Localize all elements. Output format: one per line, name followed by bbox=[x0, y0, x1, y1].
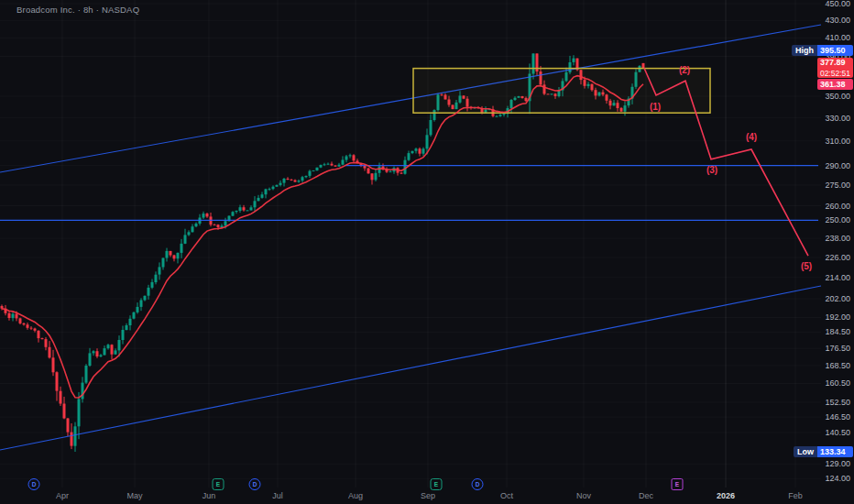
price-tick-label: 310.00 bbox=[825, 137, 850, 146]
time-axis-label: Oct bbox=[500, 491, 513, 500]
wave-label-3[interactable]: (3) bbox=[706, 165, 717, 175]
ma-badge-value: 361.38 bbox=[817, 79, 853, 90]
price-tick-label: 250.00 bbox=[825, 215, 850, 225]
time-axis-label: Dec bbox=[639, 491, 653, 500]
moving-average-badge: 361.38 bbox=[817, 79, 853, 90]
low-badge-label: Low bbox=[794, 446, 817, 457]
wave-label-4[interactable]: (4) bbox=[746, 132, 757, 142]
price-tick-label: 330.00 bbox=[825, 114, 850, 123]
price-tick-label: 290.00 bbox=[825, 161, 850, 170]
time-axis[interactable]: AprMayJunJulAugSepOctNovDec2026Feb bbox=[0, 486, 854, 504]
dividend-marker-icon[interactable]: D bbox=[249, 478, 261, 490]
trend-channel-line[interactable] bbox=[0, 286, 821, 450]
wave-label-5[interactable]: (5) bbox=[801, 261, 812, 271]
earnings-upcoming-marker-icon[interactable]: E bbox=[672, 478, 684, 490]
price-tick-label: 168.50 bbox=[825, 361, 850, 370]
dividend-marker-icon[interactable]: D bbox=[28, 478, 40, 490]
high-badge-label: High bbox=[792, 45, 817, 56]
low-price-badge: Low 133.34 bbox=[794, 446, 853, 457]
price-tick-label: 152.50 bbox=[825, 398, 850, 407]
price-tick-label: 184.50 bbox=[825, 327, 850, 336]
moving-average-line[interactable] bbox=[2, 76, 643, 398]
time-axis-label: Aug bbox=[348, 491, 363, 500]
price-tick-label: 146.50 bbox=[825, 412, 850, 422]
price-tick-label: 410.00 bbox=[825, 33, 850, 42]
price-tick-label: 192.00 bbox=[825, 312, 850, 322]
price-tick-label: 238.00 bbox=[825, 234, 850, 243]
current-price-value: 377.89 bbox=[820, 58, 846, 68]
earnings-marker-icon[interactable]: E bbox=[213, 478, 224, 490]
wave-label-1[interactable]: (1) bbox=[650, 102, 661, 112]
price-tick-label: 176.50 bbox=[825, 344, 850, 353]
time-axis-label: Feb bbox=[788, 491, 803, 500]
price-tick-label: 260.00 bbox=[825, 202, 850, 211]
bar-countdown: 02:52:51 bbox=[820, 68, 850, 78]
low-badge-value: 133.34 bbox=[817, 446, 853, 457]
price-tick-label: 450.00 bbox=[825, 0, 850, 8]
dividend-marker-icon[interactable]: D bbox=[472, 478, 484, 490]
price-tick-label: 350.00 bbox=[825, 92, 850, 101]
current-price-badge: 377.89 02:52:51 bbox=[817, 58, 853, 78]
price-tick-label: 226.00 bbox=[825, 253, 850, 262]
time-axis-label: Jul bbox=[272, 491, 283, 500]
price-tick-label: 202.00 bbox=[825, 294, 850, 303]
price-tick-label: 214.00 bbox=[825, 273, 850, 282]
earnings-marker-icon[interactable]: E bbox=[431, 478, 443, 490]
time-axis-label: Sep bbox=[421, 491, 435, 500]
price-tick-label: 430.00 bbox=[825, 16, 850, 25]
time-axis-label: 2026 bbox=[717, 491, 735, 500]
symbol-title: Broadcom Inc. · 8h · NASDAQ bbox=[16, 5, 139, 15]
tradingview-chart-window: Broadcom Inc. · 8h · NASDAQ 450.00430.00… bbox=[0, 0, 854, 504]
wave-label-2[interactable]: (2) bbox=[679, 65, 690, 75]
high-price-badge: High 395.50 bbox=[792, 45, 853, 56]
time-axis-label: Nov bbox=[576, 491, 591, 500]
time-axis-label: May bbox=[126, 491, 142, 500]
price-tick-label: 140.50 bbox=[825, 428, 850, 437]
price-tick-label: 275.00 bbox=[825, 181, 850, 190]
price-tick-label: 160.50 bbox=[825, 378, 850, 388]
time-axis-label: Apr bbox=[56, 491, 69, 500]
high-badge-value: 395.50 bbox=[817, 45, 853, 56]
price-tick-label: 129.00 bbox=[825, 459, 850, 468]
time-axis-label: Jun bbox=[203, 491, 216, 500]
candlestick-chart-canvas[interactable] bbox=[0, 0, 854, 504]
price-tick-label: 124.00 bbox=[825, 474, 850, 483]
